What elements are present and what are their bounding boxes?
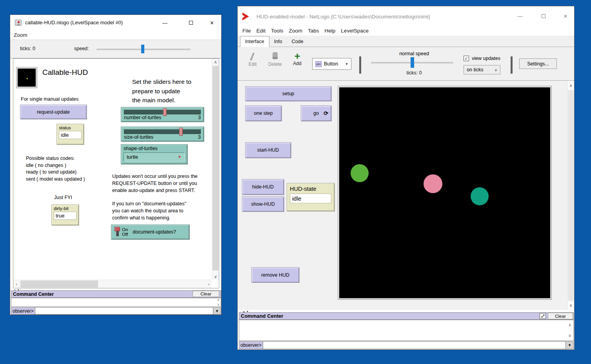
close-button[interactable]: ✕ [203,15,221,31]
chooser-label: shape-of-turtles [124,146,185,151]
scroll-up-icon[interactable]: ∧ [567,82,574,89]
menu-zoom[interactable]: Zoom [289,28,303,34]
maximize-button[interactable] [182,15,200,31]
status-codes-line: ready ( to send update) [26,169,85,176]
left-clear-button[interactable]: Clear [193,291,219,297]
hud-state-monitor: HUD-state idle [287,183,335,211]
toolbar-separator [511,56,513,74]
one-step-button[interactable]: one step [245,105,282,121]
menu-file[interactable]: File [242,28,251,34]
minimize-icon: — [162,20,167,26]
output-scroll-down-icon[interactable]: ∨ [568,333,571,338]
status-codes-line: Possible status codes: [26,155,85,162]
minimize-button[interactable]: — [510,6,530,26]
left-speed-slider-handle[interactable] [141,45,144,53]
output-scroll-up-icon[interactable]: ∧ [568,322,571,328]
update-mode-dropdown[interactable]: on ticks ∨ [464,65,500,74]
left-titlebar[interactable]: callable-HUD.nlogo (LevelSpace model #0)… [10,15,221,31]
size-of-turtles-slider[interactable]: size-of-turtles 3 [121,127,204,141]
close-button[interactable]: ✕ [556,6,575,26]
chooser-value-box[interactable]: turtle ▼ [124,152,185,161]
right-titlebar[interactable]: HUD-enabled-model - NetLogo {C:\Users\wa… [238,6,574,26]
scroll-down-icon[interactable]: ∨ [212,273,219,280]
delete-tool[interactable]: Delete [266,51,284,67]
show-hud-button[interactable]: show-HUD [242,196,284,212]
edit-tool[interactable]: Edit [245,51,260,67]
forever-icon: ⟳ [324,110,328,116]
scrollbar-thumb[interactable] [20,281,98,288]
add-tool-label: Add [293,61,301,66]
right-toolbar: Edit Delete + Add abc Button ▼ normal sp… [238,47,574,81]
scroll-up-icon[interactable]: ∧ [212,59,219,65]
number-of-turtles-slider[interactable]: number-of-turtles 3 [121,107,204,122]
switch-toggle[interactable] [115,227,120,237]
minimize-button[interactable]: — [156,15,174,31]
speed-slider-handle[interactable] [411,57,414,68]
command-input[interactable] [35,307,213,315]
left-vertical-scrollbar[interactable]: ∧ ∨ [212,59,219,280]
status-codes-note: Possible status codes: idle ( no changes… [26,155,85,183]
menu-tools[interactable]: Tools [271,28,284,34]
right-vertical-scrollbar[interactable]: ∧ ∨ [567,81,574,310]
scroll-down-icon[interactable]: ∨ [567,302,574,308]
document-note-line: If you turn on "document-updates" [112,200,186,207]
command-input[interactable] [263,341,566,349]
netlogo-main-window: HUD-enabled-model - NetLogo {C:\Users\wa… [237,6,575,350]
remove-hud-button[interactable]: remove HUD [251,267,299,283]
settings-button[interactable]: Settings... [519,58,557,69]
output-scroll-up-icon[interactable]: ∧ [217,298,220,302]
maximize-button[interactable] [534,6,553,26]
menu-edit[interactable]: Edit [256,28,265,34]
command-history-dropdown[interactable]: ▼ [566,341,574,349]
left-horizontal-scrollbar[interactable]: ‹ › [13,280,212,288]
shape-of-turtles-chooser[interactable]: shape-of-turtles turtle ▼ [121,144,187,164]
scrollbar-thumb[interactable] [568,90,574,301]
hud-state-monitor-label: HUD-state [290,186,331,192]
close-icon: ✕ [564,13,568,19]
request-update-button[interactable]: request-update [20,105,87,119]
go-button[interactable]: go ⟳ [301,105,331,121]
widget-type-value: Button [324,61,338,67]
scroll-left-icon[interactable]: ‹ [13,280,20,288]
dropdown-arrow-icon: ▼ [215,309,219,313]
interface-canvas: setup one step go ⟳ start-HUD hide-HUD s… [238,81,574,310]
close-icon: ✕ [210,20,214,26]
command-center-expand-button[interactable]: ⤢ [540,313,546,319]
right-clear-button[interactable]: Clear [548,313,573,319]
menu-tabs[interactable]: Tabs [308,28,319,34]
world-view[interactable] [339,87,550,298]
model-heading: Callable-HUD [42,68,88,77]
tab-code[interactable]: Code [287,36,308,47]
left-speed-label: speed: [74,46,89,51]
document-updates-switch[interactable]: On Off document-updates? [111,225,189,239]
slider-track[interactable] [124,109,201,114]
tab-info[interactable]: Info [269,36,287,47]
menu-zoom[interactable]: Zoom [14,32,27,38]
widget-type-dropdown[interactable]: abc Button ▼ [312,58,351,70]
scroll-right-icon[interactable]: › [205,280,212,288]
tab-interface[interactable]: Interface [240,36,269,47]
right-command-output[interactable]: ∧ ∨ [239,320,574,341]
hide-hud-button[interactable]: hide-HUD [242,179,284,195]
slider-label: number-of-turtles [124,115,161,120]
right-command-center-header: Command Center [239,312,574,320]
right-observer-row: observer> ▼ [239,341,574,349]
add-tool[interactable]: + Add [290,51,304,66]
setup-button[interactable]: setup [245,86,331,101]
start-hud-button[interactable]: start-HUD [245,142,291,158]
output-scroll-down-icon[interactable]: ∨ [217,303,220,306]
menu-levelspace[interactable]: LevelSpace [341,28,369,34]
left-command-output[interactable]: ∧ ∨ [11,298,221,307]
hud-mini-view-frame [16,67,37,88]
switch-knob[interactable] [115,227,120,231]
hud-mini-view[interactable] [18,69,36,87]
sliders-note-line: the main model. [132,96,191,105]
observer-prompt: observer> [239,341,263,349]
view-updates-checkbox[interactable]: ✓ [464,56,469,61]
command-history-dropdown[interactable]: ▼ [213,307,221,315]
scrollbar-thumb[interactable] [213,66,218,270]
slider-track[interactable] [124,129,201,134]
sliders-note: Set the sliders here to prepare to updat… [132,77,191,105]
menu-help[interactable]: Help [325,28,336,34]
single-updates-note: For single manual updates [21,96,78,102]
